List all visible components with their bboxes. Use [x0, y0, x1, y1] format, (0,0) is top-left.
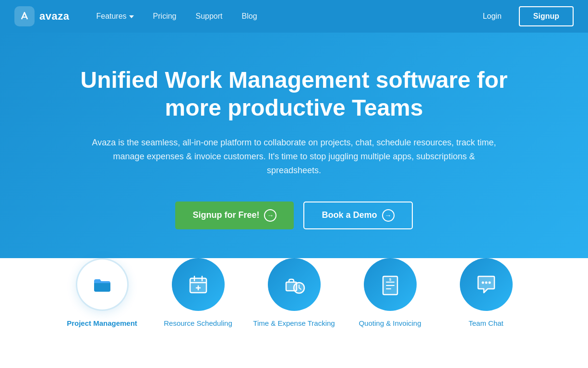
nav-support[interactable]: Support — [188, 8, 230, 24]
signup-free-button[interactable]: Signup for Free! → — [175, 202, 294, 229]
project-management-icon-wrap — [76, 258, 129, 311]
login-button[interactable]: Login — [475, 8, 509, 24]
logo[interactable]: avaza — [14, 6, 69, 26]
hero-title: Unified Work Management software for mor… — [78, 66, 510, 121]
nav-links: Features Pricing Support Blog — [88, 8, 475, 24]
hero-section: Unified Work Management software for mor… — [0, 33, 588, 287]
svg-point-19 — [481, 281, 484, 284]
folder-icon — [90, 273, 114, 297]
logo-icon — [14, 6, 35, 26]
time-expense-label: Time & Expense Tracking — [253, 319, 335, 328]
nav-blog[interactable]: Blog — [234, 8, 265, 24]
svg-point-20 — [485, 281, 487, 284]
signup-button[interactable]: Signup — [519, 6, 574, 26]
features-row: Project Management Resource Scheduling — [0, 258, 588, 343]
feature-project-management[interactable]: Project Management — [54, 258, 150, 328]
team-chat-label: Team Chat — [468, 319, 504, 328]
feature-time-expense[interactable]: Time & Expense Tracking — [246, 258, 342, 328]
chat-icon — [474, 273, 498, 297]
logo-text: avaza — [39, 10, 69, 23]
resource-scheduling-icon-wrap — [172, 258, 225, 311]
nav-right: Login Signup — [475, 6, 574, 26]
feature-team-chat[interactable]: Team Chat — [438, 258, 534, 328]
feature-resource-scheduling[interactable]: Resource Scheduling — [150, 258, 246, 328]
arrow-right-icon: → — [264, 209, 276, 222]
resource-scheduling-label: Resource Scheduling — [164, 319, 232, 328]
svg-text:$: $ — [389, 277, 391, 282]
chevron-down-icon — [129, 15, 134, 18]
nav-features[interactable]: Features — [88, 8, 141, 24]
clock-money-icon — [282, 273, 306, 297]
feature-quoting-invoicing[interactable]: $ Quoting & Invoicing — [342, 258, 438, 328]
team-chat-icon-wrap — [460, 258, 513, 311]
time-expense-icon-wrap — [268, 258, 321, 311]
calendar-plus-icon — [186, 273, 210, 297]
hero-subtitle: Avaza is the seamless, all-in-one platfo… — [88, 136, 501, 177]
nav-pricing[interactable]: Pricing — [145, 8, 184, 24]
invoice-icon: $ — [378, 273, 402, 297]
project-management-label: Project Management — [67, 319, 137, 328]
book-demo-button[interactable]: Book a Demo → — [303, 202, 412, 229]
navbar: avaza Features Pricing Support Blog Logi… — [0, 0, 588, 33]
quoting-invoicing-label: Quoting & Invoicing — [359, 319, 421, 328]
arrow-right-icon: → — [382, 209, 395, 222]
hero-buttons: Signup for Free! → Book a Demo → — [14, 202, 574, 229]
svg-point-21 — [488, 281, 491, 284]
quoting-invoicing-icon-wrap: $ — [364, 258, 417, 311]
